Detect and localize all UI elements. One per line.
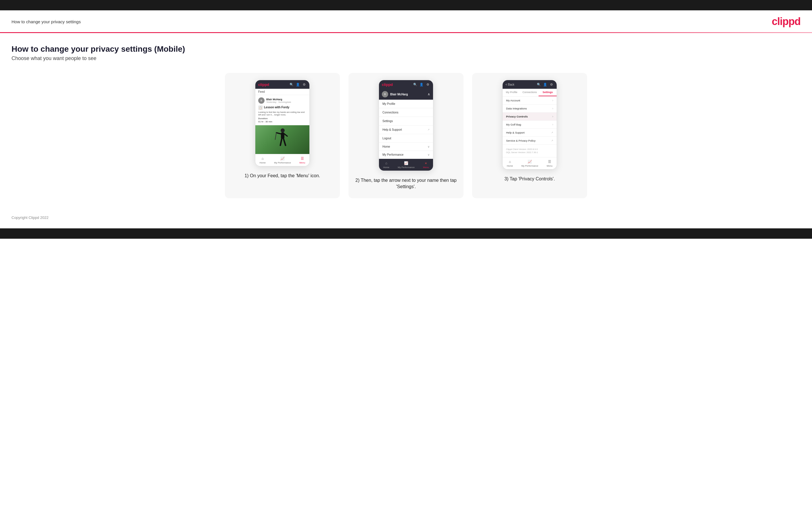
nav-menu-label: Menu [299, 161, 305, 164]
chevron-right-icon-2: › [552, 107, 553, 110]
settings-icon-3: ⚙ [549, 82, 554, 87]
menu-item-logout[interactable]: Logout [379, 134, 433, 143]
search-icon-2: 🔍 [413, 82, 417, 87]
menu-section-performance-label: My Performance [383, 153, 403, 156]
golf-image [255, 125, 309, 154]
settings-icon-2: ⚙ [425, 82, 430, 87]
steps-row: clippd 🔍 👤 ⚙ Feed B Blair McHarg [11, 73, 801, 198]
step3-home-icon: ⌂ [507, 159, 512, 164]
menu-user-row: B Blair McHarg ∧ [379, 89, 433, 100]
chevron-right-icon-3: › [552, 115, 553, 118]
s2-nav-performance-label: My Performance [398, 166, 415, 169]
step2-phone-logo: clippd [382, 82, 393, 87]
step-2-phone: clippd 🔍 👤 ⚙ B Blair McHarg ∧ [379, 80, 433, 171]
external-link-icon-3: ↗ [551, 139, 553, 142]
menu-avatar: B [382, 91, 388, 97]
avatar: B [258, 97, 264, 104]
bottom-bar [0, 228, 812, 239]
step1-bottomnav: ⌂ Home 📈 My Performance ☰ Menu [255, 154, 309, 166]
feed-post: B Blair McHarg Yesterday · Sunningdale 📋… [255, 95, 309, 125]
settings-item-helpsupport-label: Help & Support [506, 131, 524, 134]
version-line-1: Clippd Client Version: 2022.8.3-3 [506, 148, 553, 151]
menu-section-home[interactable]: Home ∨ [379, 143, 433, 151]
step-3-card: < Back 🔍 👤 ⚙ My Profile Connections Sett… [472, 73, 587, 198]
logo: clippd [772, 15, 801, 27]
settings-item-helpsupport[interactable]: Help & Support ↗ [503, 129, 557, 137]
tab-myprofile[interactable]: My Profile [503, 89, 521, 96]
settings-item-dataintegrations-label: Data Integrations [506, 107, 527, 110]
step2-topbar: clippd 🔍 👤 ⚙ [379, 80, 433, 89]
page-subtitle: Choose what you want people to see [11, 55, 801, 61]
step3-nav-menu-label: Menu [547, 165, 552, 167]
step1-phone-icons: 🔍 👤 ⚙ [289, 82, 306, 87]
menu-item-helpsupport[interactable]: Help & Support ↗ [379, 125, 433, 134]
s2-nav-performance: 📈 My Performance [398, 161, 415, 169]
svg-line-3 [285, 134, 287, 136]
menu-item-settings[interactable]: Settings [379, 117, 433, 125]
page-title: How to change your privacy settings (Mob… [11, 45, 801, 54]
step3-nav-performance: 📈 My Performance [521, 159, 538, 167]
search-icon: 🔍 [289, 82, 294, 87]
post-duration-label: Duration [258, 117, 306, 120]
nav-performance-label: My Performance [274, 161, 291, 164]
copyright-text: Copyright Clippd 2022 [11, 215, 49, 220]
post-duration-value: 01 hr : 30 min [258, 120, 306, 123]
settings-list: My Account › Data Integrations › Privacy… [503, 97, 557, 157]
menu-item-myprofile[interactable]: My Profile [379, 100, 433, 108]
menu-section-performance[interactable]: My Performance ∨ [379, 151, 433, 159]
menu-item-myprofile-label: My Profile [383, 102, 395, 105]
back-button[interactable]: < Back [506, 83, 514, 86]
external-link-icon-2: ↗ [551, 131, 553, 134]
chevron-down-icon-2: ∨ [427, 153, 429, 156]
menu-item-connections[interactable]: Connections [379, 108, 433, 117]
settings-item-privacycontrols[interactable]: Privacy Controls › [503, 113, 557, 121]
menu-item-list: My Profile Connections Settings Help & S… [379, 100, 433, 159]
step-3-phone: < Back 🔍 👤 ⚙ My Profile Connections Sett… [502, 80, 557, 169]
s2-nav-menu[interactable]: ✕ Menu [423, 161, 429, 169]
version-line-2: GQL Server Version: 2022.7.30-1 [506, 151, 553, 154]
close-icon: ✕ [423, 161, 428, 165]
header: How to change your privacy settings clip… [0, 10, 812, 27]
settings-item-mygolfbag[interactable]: My Golf Bag › [503, 121, 557, 129]
step3-nav-menu[interactable]: ☰ Menu [547, 159, 552, 167]
s2-nav-home: ⌂ Home [383, 161, 389, 169]
menu-username: Blair McHarg [390, 93, 408, 96]
step3-nav-home: ⌂ Home [507, 159, 513, 167]
step3-nav-home-label: Home [507, 165, 513, 167]
person-icon: 👤 [296, 82, 300, 87]
person-icon-2: 👤 [419, 82, 424, 87]
post-title: Lesson with Fordy [264, 106, 289, 109]
top-bar [0, 0, 812, 10]
settings-version: Clippd Client Version: 2022.8.3-3 GQL Se… [503, 145, 557, 157]
performance-icon: 📈 [281, 156, 285, 161]
home-icon: ⌂ [260, 156, 265, 161]
menu-item-settings-label: Settings [383, 119, 393, 123]
settings-item-privacypolicy[interactable]: Service & Privacy Policy ↗ [503, 137, 557, 145]
tab-settings[interactable]: Settings [539, 89, 557, 96]
post-body: Looking to feel like my hands are exitin… [258, 111, 306, 116]
post-username: Blair McHarg [266, 98, 291, 101]
svg-point-0 [281, 128, 285, 132]
nav-home: ⌂ Home [260, 156, 266, 164]
settings-icon: ⚙ [302, 82, 306, 87]
step-2-card: clippd 🔍 👤 ⚙ B Blair McHarg ∧ [349, 73, 463, 198]
step3-phone-icons: 🔍 👤 ⚙ [537, 82, 554, 87]
svg-line-4 [281, 139, 282, 145]
menu-item-connections-label: Connections [383, 111, 399, 114]
nav-menu[interactable]: ☰ Menu [299, 156, 305, 164]
s2-nav-menu-label: Menu [423, 166, 429, 169]
svg-line-2 [276, 133, 281, 134]
settings-item-mygolfbag-label: My Golf Bag [506, 123, 521, 126]
s2-nav-home-label: Home [383, 166, 389, 169]
chevron-right-icon-4: › [552, 123, 553, 126]
settings-item-privacycontrols-label: Privacy Controls [506, 115, 528, 118]
settings-item-dataintegrations[interactable]: Data Integrations › [503, 105, 557, 113]
tab-connections[interactable]: Connections [521, 89, 539, 96]
step3-performance-icon: 📈 [527, 159, 532, 164]
settings-item-myaccount[interactable]: My Account › [503, 97, 557, 105]
main-content: How to change your privacy settings (Mob… [0, 33, 812, 210]
chevron-down-icon: ∨ [427, 145, 429, 148]
s2-performance-icon: 📈 [404, 161, 409, 165]
step-1-phone: clippd 🔍 👤 ⚙ Feed B Blair McHarg [255, 80, 310, 166]
step3-menu-icon: ☰ [547, 159, 552, 164]
